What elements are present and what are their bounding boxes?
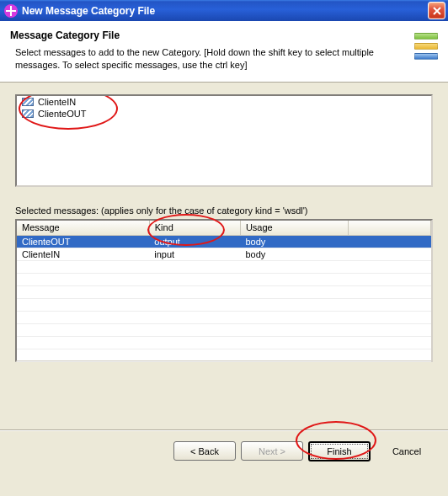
- cell-kind: input: [149, 248, 240, 261]
- wizard-title: Message Category File: [10, 29, 401, 41]
- titlebar: New Message Category File: [0, 0, 448, 21]
- table-row[interactable]: ClienteOUT output body: [17, 236, 431, 248]
- messages-listbox[interactable]: ClienteIN ClienteOUT: [15, 94, 433, 187]
- window-title: New Message Category File: [22, 5, 428, 17]
- cell-kind: output: [149, 236, 240, 248]
- wizard-description: Select messages to add to the new Catego…: [10, 46, 401, 72]
- list-item[interactable]: ClienteOUT: [17, 108, 431, 120]
- close-button[interactable]: [428, 2, 445, 19]
- cell-usage: body: [240, 248, 348, 261]
- cell-message: ClienteIN: [17, 248, 149, 261]
- list-item-label: ClienteOUT: [38, 109, 86, 119]
- col-spacer: [348, 221, 430, 236]
- list-item-label: ClienteIN: [38, 97, 76, 107]
- back-button[interactable]: < Back: [173, 441, 236, 461]
- app-icon: [4, 4, 18, 18]
- cell-message: ClienteOUT: [17, 236, 149, 248]
- cell-usage: body: [240, 236, 348, 248]
- cancel-button[interactable]: Cancel: [376, 441, 438, 461]
- selected-messages-label: Selected messages: (applies only for the…: [15, 205, 433, 216]
- col-message[interactable]: Message: [17, 221, 149, 236]
- selected-messages-table[interactable]: Message Kind Usage ClienteOUT output bod…: [15, 219, 433, 362]
- wizard-banner-icon: [409, 29, 438, 72]
- col-usage[interactable]: Usage: [240, 221, 348, 236]
- table-row[interactable]: ClienteIN input body: [17, 248, 431, 261]
- wizard-header: Message Category File Select messages to…: [0, 21, 448, 83]
- col-kind[interactable]: Kind: [149, 221, 240, 236]
- table-header-row: Message Kind Usage: [17, 221, 431, 236]
- close-icon: [433, 7, 441, 15]
- wizard-button-bar: < Back Next > Finish Cancel: [0, 431, 448, 472]
- next-button[interactable]: Next >: [241, 441, 303, 461]
- message-icon: [22, 98, 34, 106]
- finish-button[interactable]: Finish: [308, 441, 371, 461]
- message-icon: [22, 109, 34, 118]
- list-item[interactable]: ClienteIN: [17, 96, 431, 108]
